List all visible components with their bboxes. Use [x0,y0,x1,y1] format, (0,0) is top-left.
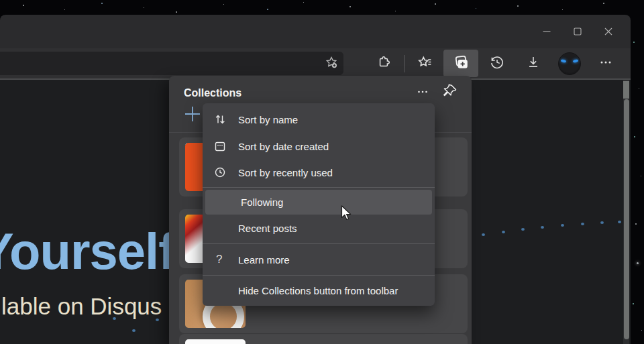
browser-menu-button[interactable] [591,50,621,77]
extensions-button[interactable] [369,50,398,77]
maximize-button[interactable] [562,15,593,48]
page-subtext: lable on Disqus [1,293,162,320]
menu-item-label: Sort by date created [238,141,329,152]
menu-item-sort-by-recently-used[interactable]: Sort by recently used [203,160,435,185]
decorative-dot [561,224,564,227]
extensions-puzzle-icon [375,54,392,74]
history-icon [488,53,506,74]
decorative-dot [502,231,505,233]
toolbar-icon-group [366,48,624,78]
plus-icon [183,105,202,126]
menu-divider [203,275,435,276]
menu-item-label: Recent posts [238,223,297,234]
decorative-dot [156,319,159,321]
collection-card[interactable] [179,334,468,344]
close-button[interactable] [593,15,624,48]
menu-item-label: Hide Collections button from toolbar [238,285,398,296]
page-scrollbar-track-top [623,81,629,99]
question-icon: ? [213,253,238,266]
profile-avatar [558,52,581,75]
page-scrollbar-thumb[interactable] [624,99,629,339]
history-button[interactable] [482,50,512,77]
decorative-dot [132,329,136,332]
menu-item-label: Sort by name [238,114,298,125]
mouse-cursor [341,205,356,224]
start-new-collection-button[interactable] [182,105,203,125]
menu-item-recent-posts[interactable]: Recent posts [203,215,435,241]
decorative-dot [521,228,525,231]
more-options-icon [416,85,429,101]
menu-item-label: Following [241,196,283,208]
menu-item-sort-by-date-created[interactable]: Sort by date created [203,133,435,160]
menu-item-learn-more[interactable]: ? Learn more [203,246,435,273]
collections-icon [451,53,470,74]
sort-arrows-icon [213,113,238,126]
more-options-icon [598,54,614,73]
calendar-icon [213,139,238,153]
downloads-button[interactable] [519,50,548,77]
menu-divider [203,187,435,188]
decorative-dot [541,226,544,229]
address-bar[interactable] [0,52,343,75]
menu-divider [203,243,435,244]
add-favorite-star-icon [323,54,339,73]
menu-item-following[interactable]: Following [205,190,432,215]
panel-more-options-button[interactable] [413,85,432,101]
window-controls [531,15,624,48]
favorites-button[interactable] [410,50,439,77]
decorative-dot [482,233,485,236]
add-favorite-button[interactable] [321,53,342,74]
favorites-star-list-icon [415,53,434,74]
menu-item-sort-by-name[interactable]: Sort by name [203,106,435,133]
decorative-dot [618,221,621,223]
clock-icon [213,166,238,179]
minimize-button[interactable] [531,15,562,48]
decorative-dot [113,317,116,320]
menu-item-hide-collections-button[interactable]: Hide Collections button from toolbar [203,278,435,303]
decorative-dot [600,221,604,224]
titlebar[interactable] [0,15,631,48]
collections-button[interactable] [443,50,478,77]
collections-context-menu: Sort by name Sort by date created Sort b… [203,103,435,306]
collections-panel-title: Collections [184,87,241,99]
menu-item-label: Learn more [238,254,290,266]
toolbar-divider [404,55,405,72]
pin-icon [441,82,459,103]
decorative-dot [581,223,584,225]
downloads-icon [525,54,542,74]
collection-thumbnail [185,339,246,344]
browser-toolbar [0,48,631,78]
menu-item-label: Sort by recently used [238,167,333,178]
profile-button[interactable] [555,50,584,77]
page-headline: Yourself [0,222,174,280]
panel-pin-button[interactable] [440,82,460,103]
